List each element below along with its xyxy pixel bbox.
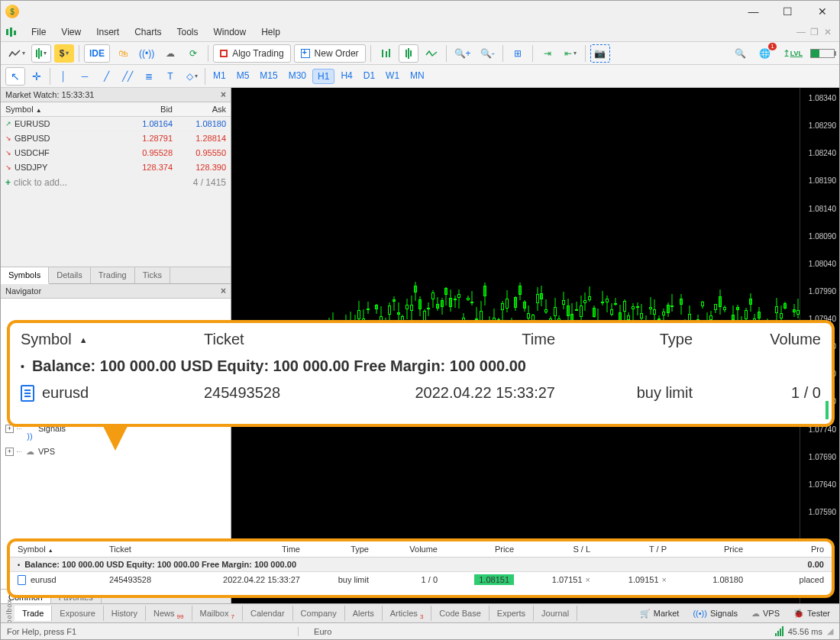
bottom-tab-news[interactable]: News 99 <box>146 606 192 621</box>
timeframe-m15[interactable]: M15 <box>255 69 282 84</box>
new-order-button[interactable]: New Order <box>294 44 366 63</box>
cb-col-ticket[interactable]: Ticket <box>204 331 341 348</box>
search-icon[interactable]: 🔍 <box>731 44 751 63</box>
th-sl[interactable]: S / L <box>514 545 590 554</box>
th-symbol[interactable]: Symbol ▲ <box>18 545 109 554</box>
col-symbol[interactable]: Symbol ▲ <box>1 102 124 116</box>
bottom-tab-company[interactable]: Company <box>293 606 345 621</box>
market-watch-add[interactable]: +click to add... 4 / 1415 <box>1 175 231 190</box>
minimize-child-icon[interactable]: — <box>796 27 807 37</box>
mw-row-eurusd[interactable]: ↗EURUSD1.081641.08180 <box>1 117 231 131</box>
mw-tab-symbols[interactable]: Symbols <box>1 267 49 284</box>
channel-tool[interactable]: ╱╱ <box>118 67 137 86</box>
bottom-right-market[interactable]: 🛒Market <box>634 606 686 622</box>
algo-trading-button[interactable]: Algo Trading <box>213 44 290 63</box>
close-button[interactable]: ✕ <box>805 1 839 22</box>
status-resize-grip[interactable]: ◢ <box>827 626 833 636</box>
fib-tool[interactable]: ≣ <box>139 67 159 86</box>
cb-col-time[interactable]: Time <box>341 331 555 348</box>
mw-row-gbpusd[interactable]: ↘GBPUSD1.287911.28814 <box>1 131 231 146</box>
chart-line-icon[interactable] <box>422 44 441 63</box>
chart-bar-icon[interactable] <box>376 44 396 63</box>
market-icon[interactable]: 🛍 <box>113 44 133 63</box>
th-tp[interactable]: T / P <box>590 545 667 554</box>
bottom-tab-history[interactable]: History <box>104 606 146 621</box>
shapes-dropdown[interactable]: ◇ <box>182 67 202 86</box>
candle-chart-dropdown[interactable] <box>31 44 51 63</box>
chart-candle-icon[interactable] <box>399 44 418 63</box>
bottom-tab-journal[interactable]: Journal <box>534 606 577 621</box>
th-price2[interactable]: Price <box>667 545 743 554</box>
timeframe-m30[interactable]: M30 <box>284 69 311 84</box>
bottom-tab-alerts[interactable]: Alerts <box>345 606 383 621</box>
mw-tab-ticks[interactable]: Ticks <box>135 267 170 283</box>
bottom-tab-code-base[interactable]: Code Base <box>431 606 489 621</box>
col-bid[interactable]: Bid <box>124 102 177 116</box>
market-watch-close[interactable]: × <box>221 89 226 100</box>
restore-child-icon[interactable]: ❐ <box>810 27 821 37</box>
zoom-out-icon[interactable]: 🔍- <box>477 44 498 63</box>
minimize-button[interactable]: — <box>736 1 771 22</box>
scroll-icon[interactable]: ⇥ <box>538 44 557 63</box>
col-ask[interactable]: Ask <box>177 102 231 116</box>
bottom-tab-mailbox[interactable]: Mailbox 7 <box>192 606 243 621</box>
cb-order-row[interactable]: eurusd 245493528 2022.04.22 15:33:27 buy… <box>10 380 832 406</box>
mw-tab-trading[interactable]: Trading <box>91 267 135 283</box>
lvl-indicator[interactable]: ↥LVL <box>780 44 806 63</box>
timeframe-m5[interactable]: M5 <box>232 69 254 84</box>
th-ticket[interactable]: Ticket <box>109 545 186 554</box>
bottom-right-vps[interactable]: ☁VPS <box>745 606 786 622</box>
vps-cloud-icon[interactable]: ☁ <box>160 44 180 63</box>
cb-col-symbol[interactable]: Symbol ▲ <box>21 331 204 348</box>
close-child-icon[interactable]: ✕ <box>824 27 835 37</box>
menu-window[interactable]: Window <box>206 24 254 40</box>
th-volume[interactable]: Volume <box>369 545 438 554</box>
line-chart-dropdown[interactable] <box>5 44 28 63</box>
menu-view[interactable]: View <box>53 24 89 40</box>
timeframe-h4[interactable]: H4 <box>336 69 357 84</box>
notifications-icon[interactable]: 🌐1 <box>755 44 775 63</box>
signals-icon[interactable]: ((•)) <box>136 44 157 63</box>
crosshair-tool[interactable]: ✛ <box>27 67 47 86</box>
cb-col-type[interactable]: Type <box>555 331 693 348</box>
shift-icon[interactable]: ⇤ <box>561 44 580 63</box>
refresh-icon[interactable]: ⟳ <box>183 44 203 63</box>
th-price[interactable]: Price <box>438 545 514 554</box>
cb-col-volume[interactable]: Volume <box>693 331 821 348</box>
zoom-in-icon[interactable]: 🔍+ <box>451 44 474 63</box>
mw-tab-details[interactable]: Details <box>49 267 91 283</box>
navigator-close[interactable]: × <box>221 286 226 296</box>
bottom-tab-articles[interactable]: Articles 3 <box>383 606 432 621</box>
horizontal-line-tool[interactable]: ─ <box>75 67 95 86</box>
grid-icon[interactable]: ⊞ <box>508 44 528 63</box>
timeframe-mn[interactable]: MN <box>405 69 429 84</box>
tr-order-row[interactable]: eurusd 245493528 2022.04.22 15:33:27 buy… <box>10 572 832 587</box>
text-tool[interactable]: T <box>160 67 180 86</box>
timeframe-w1[interactable]: W1 <box>381 69 404 84</box>
th-type[interactable]: Type <box>300 545 369 554</box>
cursor-tool[interactable]: ↖ <box>5 67 25 86</box>
bottom-tab-exposure[interactable]: Exposure <box>52 606 103 621</box>
bottom-right-signals[interactable]: ((•))Signals <box>687 606 744 622</box>
th-time[interactable]: Time <box>186 545 300 554</box>
trendline-tool[interactable]: ╱ <box>96 67 116 86</box>
bottom-right-tester[interactable]: 🐞Tester <box>787 606 836 622</box>
menu-insert[interactable]: Insert <box>89 24 127 40</box>
bottom-tab-experts[interactable]: Experts <box>489 606 534 621</box>
bottom-tab-calendar[interactable]: Calendar <box>243 606 293 621</box>
timeframe-h1[interactable]: H1 <box>312 69 334 84</box>
timeframe-d1[interactable]: D1 <box>359 69 380 84</box>
mw-row-usdjpy[interactable]: ↘USDJPY128.374128.390 <box>1 160 231 175</box>
menu-charts[interactable]: Charts <box>127 24 169 40</box>
menu-tools[interactable]: Tools <box>170 24 206 40</box>
menu-file[interactable]: File <box>24 24 53 40</box>
ide-button[interactable]: IDE <box>84 44 110 63</box>
menu-help[interactable]: Help <box>254 24 288 40</box>
dollar-dropdown[interactable]: $ <box>54 44 74 63</box>
th-pro[interactable]: Pro <box>743 545 824 554</box>
camera-icon[interactable]: 📷 <box>590 44 610 63</box>
mw-row-usdchf[interactable]: ↘USDCHF0.955280.95550 <box>1 146 231 160</box>
vertical-line-tool[interactable]: │ <box>53 67 73 86</box>
bottom-tab-trade[interactable]: Trade <box>15 606 52 621</box>
maximize-button[interactable]: ☐ <box>771 1 805 22</box>
